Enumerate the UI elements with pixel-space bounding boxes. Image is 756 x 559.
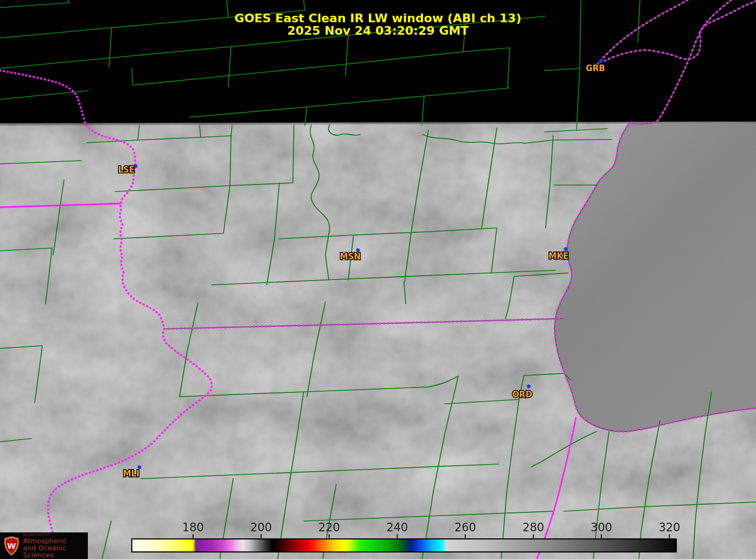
uw-crest-icon: W [3, 534, 20, 558]
station-label-grb: GRB [586, 63, 605, 73]
satellite-map: GRBLSEMSNMKEORDMLI GOES East Clean IR LW… [0, 0, 756, 559]
station-dot-grb [599, 60, 603, 63]
station-label-mli: MLI [123, 469, 139, 479]
station-dot-ord [527, 385, 531, 389]
aos-name-line1: Atmospheric [23, 537, 88, 544]
crest-letter: W [7, 542, 16, 550]
station-label-mke: MKE [549, 251, 569, 261]
colorbar-tick-label-300: 300 [591, 521, 612, 534]
uw-aos-logo: W Department of Atmospheric and Oceanic … [0, 532, 88, 559]
aos-dept-line: Department of [23, 533, 88, 537]
colorbar-tick-label-280: 280 [522, 521, 544, 534]
colorbar-tick-label-240: 240 [386, 521, 408, 534]
colorbar-tick-label-200: 200 [250, 521, 272, 534]
product-timestamp: 2025 Nov 24 03:20:29 GMT [287, 24, 469, 37]
station-marker-lse: LSE [118, 164, 138, 175]
station-label-lse: LSE [118, 165, 135, 175]
aos-logo-text: Department of Atmospheric and Oceanic Sc… [23, 533, 88, 558]
station-label-msn: MSN [340, 252, 361, 262]
colorbar-tick-label-220: 220 [318, 521, 340, 534]
aos-name-line2: and Oceanic Sciences [23, 544, 88, 558]
colorbar-tick-label-180: 180 [182, 521, 204, 534]
station-label-ord: ORD [512, 390, 533, 399]
colorbar-bar [132, 539, 676, 552]
colorbar-tick-label-260: 260 [454, 521, 476, 534]
station-dot-mke [564, 247, 568, 251]
colorbar-tick-label-320: 320 [658, 521, 680, 534]
product-title: GOES East Clean IR LW window (ABI ch 13) [234, 11, 521, 25]
goes-ir-satellite-view: GRBLSEMSNMKEORDMLI GOES East Clean IR LW… [0, 0, 756, 559]
